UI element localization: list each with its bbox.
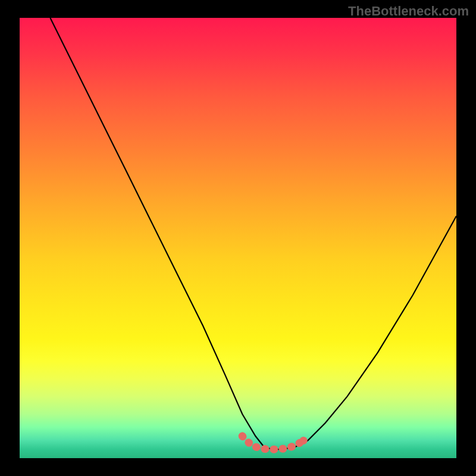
svg-point-1: [300, 437, 308, 444]
chart-plot-area: [20, 18, 456, 458]
curve-line: [50, 18, 456, 449]
chart-svg: [20, 18, 456, 458]
highlight-segment: [239, 433, 308, 450]
watermark-text: TheBottleneck.com: [348, 4, 469, 19]
svg-point-0: [239, 433, 246, 440]
